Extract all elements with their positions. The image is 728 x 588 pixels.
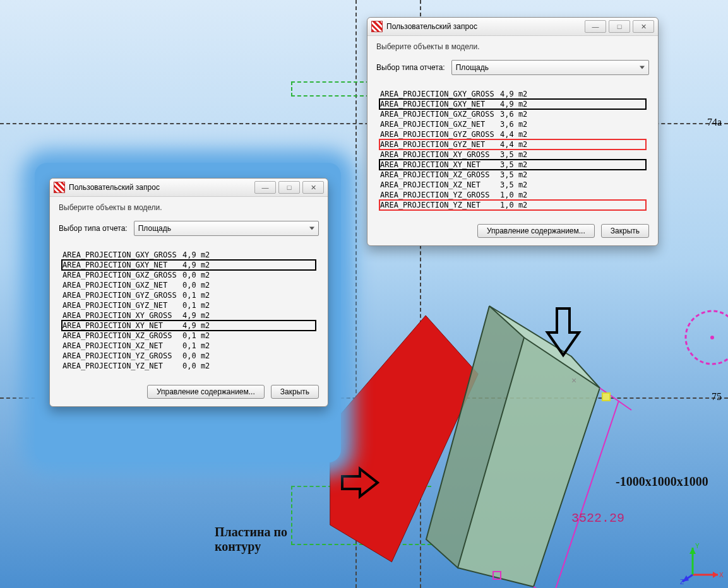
property-name: AREA_PROJECTION_XZ_GROSS [380, 170, 500, 179]
titlebar[interactable]: Пользовательский запрос — □ ✕ [367, 18, 658, 36]
property-name: AREA_PROJECTION_GYZ_GROSS [63, 291, 182, 300]
property-value: 4,4 m2 [500, 130, 532, 139]
report-type-select[interactable]: Площадь [134, 221, 319, 236]
close-window-button[interactable]: ✕ [302, 181, 324, 194]
property-value: 4,9 m2 [182, 321, 214, 330]
property-value: 0,0 m2 [182, 351, 214, 360]
close-window-button[interactable]: ✕ [633, 20, 654, 33]
property-row[interactable]: AREA_PROJECTION_XY_NET4,9 m2 [61, 320, 316, 331]
property-row[interactable]: AREA_PROJECTION_GYZ_GROSS0,1 m2 [61, 290, 316, 300]
report-type-label: Выбор типа отчета: [59, 224, 128, 233]
property-name: AREA_PROJECTION_GXZ_GROSS [63, 271, 182, 279]
report-type-select[interactable]: Площадь [451, 60, 649, 75]
property-value: 0,1 m2 [182, 331, 214, 340]
property-row[interactable]: AREA_PROJECTION_YZ_GROSS0,0 m2 [61, 351, 316, 361]
property-row[interactable]: AREA_PROJECTION_GYZ_NET0,1 m2 [61, 300, 316, 310]
maximize-button[interactable]: □ [278, 181, 300, 194]
svg-marker-12 [713, 572, 718, 578]
dialog-right: Пользовательский запрос — □ ✕ Выберите о… [367, 17, 659, 246]
svg-text:Y: Y [695, 543, 700, 550]
property-row[interactable]: AREA_PROJECTION_YZ_NET1,0 m2 [379, 199, 647, 211]
property-row[interactable]: AREA_PROJECTION_XZ_NET0,1 m2 [61, 341, 316, 351]
property-value: 3,5 m2 [500, 150, 532, 159]
property-value: 4,9 m2 [500, 90, 532, 98]
property-value: 4,9 m2 [182, 311, 214, 320]
property-row[interactable]: AREA_PROJECTION_XY_NET3,5 m2 [379, 159, 647, 170]
report-type-label: Выбор типа отчета: [376, 63, 445, 72]
property-value: 3,5 m2 [500, 160, 532, 169]
svg-text:X: X [719, 572, 724, 579]
property-name: AREA_PROJECTION_GYZ_NET [380, 140, 500, 149]
titlebar[interactable]: Пользовательский запрос — □ ✕ [50, 179, 328, 197]
property-row[interactable]: AREA_PROJECTION_GXY_NET4,9 m2 [61, 259, 316, 271]
maximize-button[interactable]: □ [609, 20, 630, 33]
manage-content-button[interactable]: Управление содержанием... [147, 385, 265, 399]
property-name: AREA_PROJECTION_GXY_GROSS [63, 250, 182, 259]
property-value: 0,0 m2 [182, 271, 214, 279]
manage-content-button[interactable]: Управление содержанием... [477, 224, 595, 238]
svg-point-1 [710, 336, 714, 339]
axis-gizmo: X Y Z [680, 540, 724, 584]
properties-list: AREA_PROJECTION_GXY_GROSS4,9 m2AREA_PROJ… [59, 247, 319, 375]
instruction-text: Выберите объекты в модели. [59, 203, 319, 212]
property-value: 3,6 m2 [500, 110, 532, 119]
property-row[interactable]: AREA_PROJECTION_GXY_GROSS4,9 m2 [61, 250, 316, 260]
axis-label-74a: 74a [707, 117, 722, 128]
property-row[interactable]: AREA_PROJECTION_XZ_NET3,5 m2 [379, 180, 647, 190]
plate-label: Пластина по контуру [215, 525, 287, 554]
minimize-button[interactable]: — [585, 20, 606, 33]
minimize-button[interactable]: — [254, 181, 276, 194]
app-icon [54, 182, 65, 193]
property-name: AREA_PROJECTION_GYZ_NET [63, 301, 182, 310]
property-name: AREA_PROJECTION_GXZ_NET [63, 281, 182, 290]
property-row[interactable]: AREA_PROJECTION_GXZ_NET0,0 m2 [61, 280, 316, 290]
property-name: AREA_PROJECTION_YZ_GROSS [380, 191, 500, 199]
property-value: 3,5 m2 [500, 180, 532, 189]
yellow-marker [602, 392, 611, 401]
property-name: AREA_PROJECTION_GXY_NET [63, 261, 182, 269]
property-value: 1,0 m2 [500, 201, 532, 209]
property-name: AREA_PROJECTION_GXZ_GROSS [380, 110, 500, 119]
close-button[interactable]: Закрыть [601, 224, 649, 238]
svg-point-0 [686, 311, 728, 364]
property-row[interactable]: AREA_PROJECTION_GXY_NET4,9 m2 [379, 98, 647, 110]
property-name: AREA_PROJECTION_YZ_NET [63, 362, 182, 370]
dialog-left: Пользовательский запрос — □ ✕ Выберите о… [49, 178, 328, 407]
property-value: 0,1 m2 [182, 291, 214, 300]
property-name: AREA_PROJECTION_GXY_GROSS [380, 90, 500, 98]
property-value: 4,9 m2 [182, 250, 214, 259]
property-name: AREA_PROJECTION_XY_NET [63, 321, 182, 330]
close-button[interactable]: Закрыть [271, 385, 319, 399]
magenta-arc [665, 303, 728, 379]
property-row[interactable]: AREA_PROJECTION_XZ_GROSS0,1 m2 [61, 331, 316, 341]
property-name: AREA_PROJECTION_YZ_GROSS [63, 351, 182, 360]
property-name: AREA_PROJECTION_XY_NET [380, 160, 500, 169]
property-name: AREA_PROJECTION_GXY_NET [380, 100, 500, 109]
property-name: AREA_PROJECTION_XZ_NET [63, 341, 182, 350]
property-row[interactable]: AREA_PROJECTION_YZ_NET0,0 m2 [61, 361, 316, 371]
window-title: Пользовательский запрос [386, 22, 477, 31]
property-row[interactable]: AREA_PROJECTION_GXZ_NET3,6 m2 [379, 119, 647, 129]
property-row[interactable]: AREA_PROJECTION_GXZ_GROSS3,6 m2 [379, 109, 647, 119]
property-row[interactable]: AREA_PROJECTION_YZ_GROSS1,0 m2 [379, 190, 647, 200]
magenta-marker-bottom [492, 571, 501, 580]
property-row[interactable]: AREA_PROJECTION_GYZ_NET4,4 m2 [379, 139, 647, 150]
axis-label-75: 75 [712, 391, 722, 403]
property-value: 1,0 m2 [500, 191, 532, 199]
property-row[interactable]: AREA_PROJECTION_GXY_GROSS4,9 m2 [379, 89, 647, 99]
property-name: AREA_PROJECTION_GYZ_GROSS [380, 130, 500, 139]
arrow-down-to-beam [544, 307, 582, 358]
property-row[interactable]: AREA_PROJECTION_XY_GROSS3,5 m2 [379, 150, 647, 160]
instruction-text: Выберите объекты в модели. [376, 42, 649, 51]
property-name: AREA_PROJECTION_YZ_NET [380, 201, 500, 209]
cross-marker: × [571, 375, 576, 385]
property-name: AREA_PROJECTION_XZ_GROSS [63, 331, 182, 340]
property-row[interactable]: AREA_PROJECTION_GYZ_GROSS4,4 m2 [379, 129, 647, 139]
property-row[interactable]: AREA_PROJECTION_GXZ_GROSS0,0 m2 [61, 270, 316, 280]
property-name: AREA_PROJECTION_XY_GROSS [380, 150, 500, 159]
property-name: AREA_PROJECTION_GXZ_NET [380, 120, 500, 129]
property-value: 0,0 m2 [182, 362, 214, 370]
property-row[interactable]: AREA_PROJECTION_XY_GROSS4,9 m2 [61, 310, 316, 320]
property-row[interactable]: AREA_PROJECTION_XZ_GROSS3,5 m2 [379, 170, 647, 180]
property-value: 0,0 m2 [182, 281, 214, 290]
